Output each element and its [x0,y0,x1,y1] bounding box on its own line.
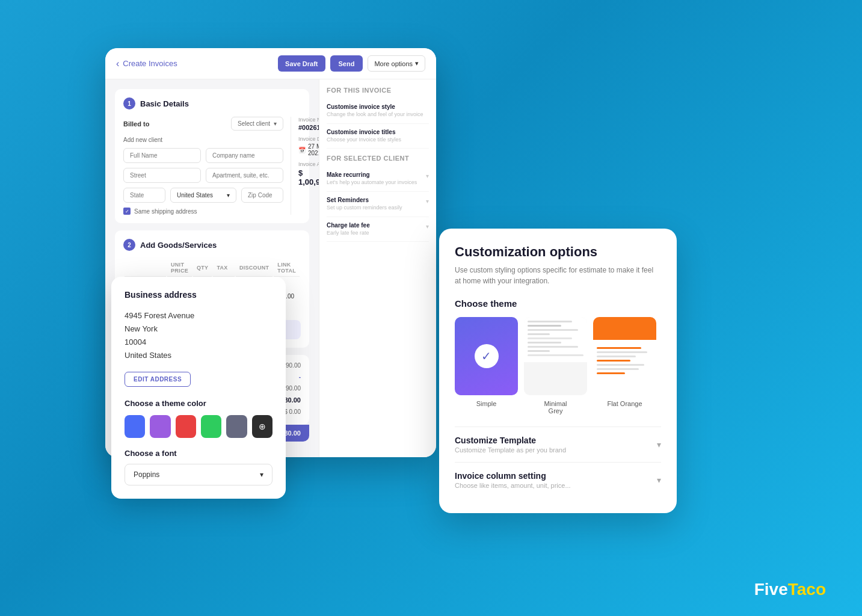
save-draft-button[interactable]: Save Draft [278,55,325,72]
theme-color-title: Choose a theme color [125,399,272,408]
customization-title: Customization options [455,244,661,260]
edit-address-button[interactable]: EDIT ADDRESS [125,372,191,387]
add-new-client-label: Add new client [123,137,283,143]
theme-simple-label: Simple [455,400,518,407]
sidebar-item-make-recurring[interactable]: Make recurring Let's help you automate y… [327,167,429,192]
customize-template-content: Customize Template Customize Template as… [455,436,566,454]
sidebar-item-customise-titles[interactable]: Customise invoice titles Choose your Inv… [327,124,429,149]
billed-to-label: Billed to [123,120,149,128]
charge-late-fee-chevron-icon: ▾ [426,223,429,230]
theme-simple-preview: ✓ [455,317,518,395]
orange-header [593,317,656,340]
dropdown-icon: ▾ [274,120,277,127]
col-link-total: LINK TOTAL [274,259,300,277]
select-client-dropdown[interactable]: Select client ▾ [231,117,283,131]
send-button[interactable]: Send [330,55,363,72]
for-client-title: For selected client [327,155,429,162]
customization-desc: Use custom styling options specific for … [455,265,661,286]
brand-logo: FiveTaco [754,580,826,599]
col-description [125,259,166,277]
apartment-input[interactable] [206,168,283,183]
invoice-amount-field: Invoice Amount $ 1,00,980.00 [298,161,319,194]
customize-template-chevron-icon: ▾ [657,440,661,449]
font-value: Poppins [134,470,159,479]
customise-titles-name: Customise invoice titles [327,129,401,135]
charge-late-fee-name: Charge late fee [327,222,370,229]
eyedropper-icon: ⊕ [259,422,266,431]
theme-option-minimal[interactable]: MinimalGrey [524,317,587,414]
make-recurring-desc: Let's help you automate your invoices [327,179,417,186]
date-row: Invoice Date 📅 27 March, 2021 Due Date 📅 [298,136,319,156]
more-options-label: More options [374,60,413,67]
street-apt-row [123,168,283,183]
state-zip-row: United States ▾ [123,188,283,203]
checkbox-check-icon: ✓ [125,209,129,214]
color-swatch-green[interactable] [201,415,221,438]
customize-template-row[interactable]: Customize Template Customize Template as… [455,427,661,462]
customize-template-desc: Customize Template as per you brand [455,446,566,454]
back-button[interactable]: ‹ Create Invoices [116,58,177,69]
color-swatch-dark[interactable]: ⊕ [252,415,272,438]
orange-lines [593,343,656,380]
customise-style-name: Customise invoice style [327,103,423,110]
state-input[interactable] [123,188,165,203]
color-swatch-red[interactable] [176,415,196,438]
country-dropdown-icon: ▾ [227,192,230,199]
sidebar-panel: For this invoice Customise invoice style… [319,79,436,457]
invoice-column-row[interactable]: Invoice column setting Choose like items… [455,462,661,497]
sidebar-item-set-reminders[interactable]: Set Reminders Set up custom reminders ea… [327,192,429,217]
business-address-card: Business address 4945 Forest Avenue New … [111,277,286,499]
invoice-number-value: #00261 [298,124,319,131]
invoice-amount-value: $ 1,00,980.00 [298,168,319,186]
theme-option-orange[interactable]: Flat Orange [593,317,656,414]
color-swatch-purple[interactable] [150,415,170,438]
name-company-row [123,148,283,163]
tablet-header: ‹ Create Invoices Save Draft Send More o… [105,48,436,79]
invoice-number-label: Invoice Number [298,117,319,123]
font-title: Choose a font [125,449,272,458]
col-unit-price: UNIT PRICE [167,259,192,277]
country-select[interactable]: United States ▾ [170,188,236,203]
invoice-column-content: Invoice column setting Choose like items… [455,471,571,489]
theme-minimal-label: MinimalGrey [524,400,587,414]
color-swatch-gray[interactable] [226,415,247,438]
more-options-button[interactable]: More options ▾ [368,55,425,72]
basic-details-header: 1 Basic Details [123,97,301,109]
invoice-date-label: Invoice Date [298,136,319,142]
theme-option-simple[interactable]: ✓ Simple [455,317,518,414]
sidebar-item-charge-late-fee-content: Charge late fee Early late fee rate [327,222,370,237]
full-name-input[interactable] [123,148,201,163]
sidebar-item-charge-late-fee[interactable]: Charge late fee Early late fee rate ▾ [327,217,429,242]
theme-color-section: Choose a theme color ⊕ [125,399,272,438]
street-input[interactable] [123,168,201,183]
customise-titles-desc: Choose your Invoice title styles [327,137,401,144]
company-name-input[interactable] [206,148,283,163]
sidebar-item-set-reminders-content: Set Reminders Set up custom reminders ea… [327,197,402,212]
header-actions: Save Draft Send More options ▾ [278,55,425,72]
back-arrow-icon: ‹ [116,58,119,69]
section-number-1: 1 [123,97,135,109]
header-title: Create Invoices [123,59,177,68]
same-shipping-checkbox[interactable]: ✓ [123,208,131,215]
amount-currency-row: Invoice Amount $ 1,00,980.00 Currency US… [298,161,319,194]
billed-to-section: Billed to Select client ▾ Add new client [123,117,283,215]
amount-paid-value: $ 0.00 [284,408,301,415]
theme-options: ✓ Simple MinimalGrey [455,317,661,414]
make-recurring-chevron-icon: ▾ [426,173,429,179]
country-value: United States [177,192,213,199]
basic-details-title: Basic Details [140,99,189,108]
sidebar-item-customise-style[interactable]: Customise invoice style Change the look … [327,99,429,124]
zip-input[interactable] [241,188,283,203]
font-dropdown-icon: ▾ [260,470,263,479]
invoice-column-title: Invoice column setting [455,471,571,481]
col-discount: DISCOUNT [236,259,272,277]
font-select-dropdown[interactable]: Poppins ▾ [125,464,272,485]
col-tax: TAX [213,259,235,277]
brand-name-part1: Five [754,580,788,599]
color-swatch-blue[interactable] [125,415,145,438]
make-recurring-name: Make recurring [327,171,417,178]
address-text: 4945 Forest Avenue New York 10004 United… [125,309,272,362]
invoice-amount-label: Invoice Amount [298,161,319,167]
invoice-date-value: 📅 27 March, 2021 [298,143,319,156]
theme-orange-preview [593,317,656,395]
